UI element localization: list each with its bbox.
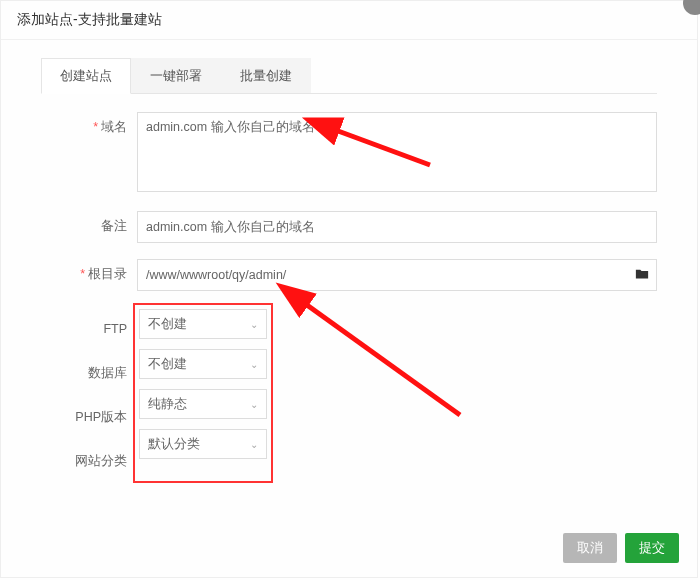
chevron-down-icon: ⌄ xyxy=(250,319,258,330)
form: *域名 admin.com 输入你自己的域名 备注 *根目录 F xyxy=(41,94,657,483)
label-root: *根目录 xyxy=(41,259,127,283)
remark-input[interactable] xyxy=(137,211,657,243)
chevron-down-icon: ⌄ xyxy=(250,399,258,410)
php-select-value: 纯静态 xyxy=(148,395,187,413)
root-input[interactable] xyxy=(137,259,657,291)
cancel-button[interactable]: 取消 xyxy=(563,533,617,563)
tab-batch-create[interactable]: 批量创建 xyxy=(221,58,311,93)
label-php: PHP版本 xyxy=(41,402,127,432)
cat-select[interactable]: 默认分类⌄ xyxy=(139,429,267,459)
label-db: 数据库 xyxy=(41,358,127,388)
label-cat: 网站分类 xyxy=(41,446,127,476)
chevron-down-icon: ⌄ xyxy=(250,439,258,450)
db-select-value: 不创建 xyxy=(148,355,187,373)
chevron-down-icon: ⌄ xyxy=(250,359,258,370)
add-site-dialog: 添加站点-支持批量建站 创建站点 一键部署 批量创建 *域名 admin.com… xyxy=(0,0,698,578)
label-domain: *域名 xyxy=(41,112,127,136)
tab-create-site[interactable]: 创建站点 xyxy=(41,58,131,94)
domain-input[interactable]: admin.com 输入你自己的域名 xyxy=(137,112,657,192)
dialog-title: 添加站点-支持批量建站 xyxy=(1,1,697,40)
label-ftp: FTP xyxy=(41,314,127,344)
submit-button[interactable]: 提交 xyxy=(625,533,679,563)
ftp-select[interactable]: 不创建⌄ xyxy=(139,309,267,339)
dialog-content: 创建站点 一键部署 批量创建 *域名 admin.com 输入你自己的域名 备注… xyxy=(1,40,697,483)
db-select[interactable]: 不创建⌄ xyxy=(139,349,267,379)
php-select[interactable]: 纯静态⌄ xyxy=(139,389,267,419)
cat-select-value: 默认分类 xyxy=(148,435,200,453)
folder-icon[interactable] xyxy=(635,267,649,281)
ftp-select-value: 不创建 xyxy=(148,315,187,333)
label-remark: 备注 xyxy=(41,211,127,235)
tabs: 创建站点 一键部署 批量创建 xyxy=(41,58,657,94)
dialog-footer: 取消 提交 xyxy=(563,533,679,563)
select-group-highlight: 不创建⌄ 不创建⌄ 纯静态⌄ 默认分类⌄ xyxy=(133,303,273,483)
tab-one-click-deploy[interactable]: 一键部署 xyxy=(131,58,221,93)
